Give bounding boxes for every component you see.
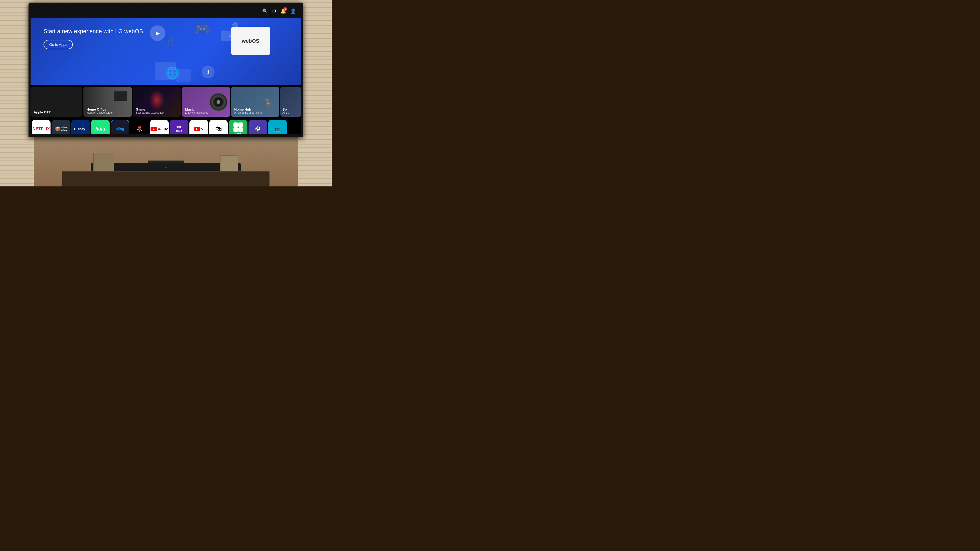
settings-icon[interactable]: ⚙ [272,8,276,14]
hub-chair-icon: 🪑 [261,98,274,114]
hero-banner: ▶ 🎮 🎵 🌐 🔍 ℹ abc Start a new experience w… [30,17,301,85]
hero-title: Start a new experience with LG webOS. [43,28,145,35]
deco-play-button: ▶ [150,25,165,41]
music-label: Music Enjoy various songs [185,108,208,114]
sports-icon: ⚽ [255,126,261,132]
category-sp[interactable]: Sp All s... [280,87,301,117]
scroll-down-chevron[interactable]: ⌄ [164,131,168,134]
app-hulu[interactable]: hulu [91,120,110,134]
webos-logo-card: webOS [231,27,270,55]
app-apps-launcher[interactable]: APPS [229,120,247,134]
tv-stand [88,160,243,186]
deco-info-icon: ℹ [202,65,215,78]
netflix-label: NETFLIX [33,127,50,131]
category-apple-ott[interactable]: Apple OTT [30,87,83,117]
app-youtube-tv[interactable]: ▶ TV [189,120,208,134]
prime-label: primevideo [60,126,67,132]
apple-ott-label: Apple OTT [34,110,51,114]
sp-label: Sp All s... [282,108,290,114]
appletv-label: 🍎TV+ [137,125,142,132]
apple-ott-title: Apple OTT [34,110,51,114]
app-screen-share[interactable]: 📺 [268,120,287,134]
deco-cube-2 [176,69,191,83]
vinyl-center [216,100,220,104]
youtube-logo: ▶ YouTube [151,127,168,131]
youtubetv-label: TV [200,128,203,130]
apps-grid-icon [234,122,243,132]
notification-icon[interactable]: 🔔 1 [280,8,286,14]
table-box-right [220,156,239,171]
category-music[interactable]: Music Enjoy various songs [182,87,230,117]
screen-share-icon: 📺 [275,126,280,132]
hbomax-label: HBOmax [176,125,183,133]
shoptv-icon: 🛍 [215,125,221,133]
game-glow-effect [149,90,165,110]
sp-subtitle: All s... [282,111,290,114]
music-subtitle: Enjoy various songs [185,111,208,114]
sp-title: Sp [282,108,290,111]
office-monitor-icon [113,91,128,101]
home-office-subtitle: Work on a large screen [86,111,113,114]
apps-label: APPS [235,133,242,134]
vinyl-record [209,93,228,111]
app-hbo-max[interactable]: HBOmax [170,120,188,134]
home-hub-label: Home Hub A hub of the smart home [234,108,262,114]
category-game[interactable]: Game Best gaming experience [133,87,181,117]
app-apple-tv[interactable]: 🍎TV+ [130,120,149,134]
deco-cube-1 [155,62,176,80]
youtubetv-logo: ▶ TV [194,127,203,131]
categories-row: Apple OTT Home Office Work on a large sc… [30,87,301,117]
app-sports[interactable]: ⚽ [248,120,267,134]
tv-bezel: 🔍 ⚙ 🔔 1 👤 ▶ 🎮 🎵 🌐 🔍 ℹ abc [29,3,303,137]
home-office-title: Home Office [86,108,113,111]
apps-row: NETFLIX 📦 primevideo Disney+ hulu sli [30,119,301,134]
category-home-office[interactable]: Home Office Work on a large screen [83,87,132,117]
hero-content: Start a new experience with LG webOS. Go… [43,28,145,49]
deco-gamepad-icon: 🎮 [194,22,210,37]
deco-globe-icon: 🌐 [165,66,180,80]
home-hub-title: Home Hub [234,108,262,111]
app-netflix[interactable]: NETFLIX [32,120,51,134]
webos-logo-text: webOS [242,38,259,44]
app-prime-video[interactable]: 📦 primevideo [52,120,70,134]
youtubetv-play-icon: ▶ [194,127,200,131]
table-box-left [93,153,114,171]
search-icon[interactable]: 🔍 [262,8,268,14]
scroll-indicator: ⌄ [164,17,167,22]
table-surface [62,171,269,186]
prime-smile-icon: 📦 [55,126,60,132]
tv-frame: 🔍 ⚙ 🔔 1 👤 ▶ 🎮 🎵 🌐 🔍 ℹ abc [29,3,303,186]
profile-icon[interactable]: 👤 [290,8,296,14]
music-title: Music [185,108,208,111]
category-home-hub[interactable]: 🪑 Home Hub A hub of the smart home [231,87,279,117]
youtube-play-icon: ▶ [151,127,157,131]
home-hub-subtitle: A hub of the smart home [234,111,262,114]
app-disney-plus[interactable]: Disney+ [71,120,90,134]
soundbar-indicator [165,167,167,168]
notification-badge: 1 [283,7,287,11]
disney-label: Disney+ [74,127,87,131]
app-sling[interactable]: sling [111,120,129,134]
hulu-label: hulu [95,126,105,132]
game-label: Game Best gaming experience [136,108,164,114]
home-office-label: Home Office Work on a large screen [86,108,113,114]
go-to-apps-button[interactable]: Go to Apps [43,40,73,49]
game-subtitle: Best gaming experience [136,111,164,114]
top-bar: 🔍 ⚙ 🔔 1 👤 [30,5,301,17]
tv-screen: 🔍 ⚙ 🔔 1 👤 ▶ 🎮 🎵 🌐 🔍 ℹ abc [30,5,301,134]
game-title: Game [136,108,164,111]
app-shop-tv[interactable]: 🛍 [209,120,228,134]
youtube-label: YouTube [158,128,168,130]
deco-music-icon: 🎵 [165,38,175,48]
sling-label: sling [116,127,124,131]
